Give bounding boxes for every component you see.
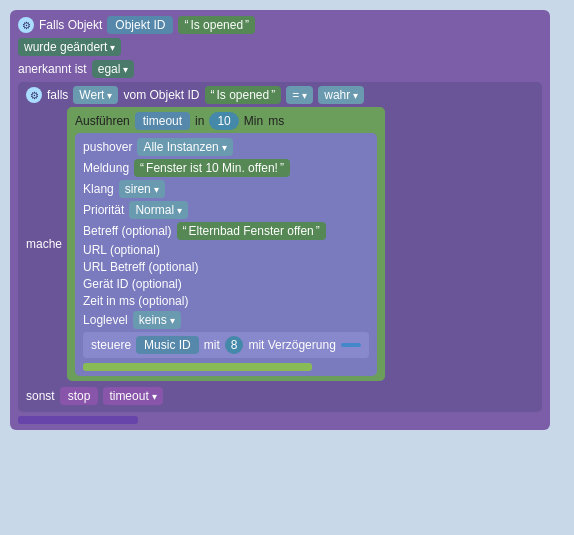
zeit-label: Zeit in ms (optional) <box>83 294 188 308</box>
wert-dropdown[interactable]: Wert <box>73 86 118 104</box>
loglevel-label: Loglevel <box>83 313 128 327</box>
is-opened-falls: Is opened <box>205 86 282 104</box>
in-label: in <box>195 114 204 128</box>
sonst-label: sonst <box>26 389 55 403</box>
sonst-row: sonst stop timeout <box>26 384 534 408</box>
num-10[interactable]: 10 <box>209 112 238 130</box>
betreff-label: Betreff (optional) <box>83 224 172 238</box>
stop-block[interactable]: stop <box>60 387 99 405</box>
normal-dropdown[interactable]: Normal <box>129 201 188 219</box>
bottom-bar <box>18 416 138 424</box>
eq-dropdown[interactable]: = <box>286 86 313 104</box>
loglevel-row: Loglevel keins <box>83 311 369 329</box>
main-block: ⚙ Falls Objekt Objekt ID Is opened wurde… <box>10 10 550 430</box>
anerkannt-row: anerkannt ist egal <box>18 60 542 78</box>
steuere-num[interactable]: 8 <box>225 336 244 354</box>
header-row: ⚙ Falls Objekt Objekt ID Is opened <box>18 16 542 34</box>
green-bar <box>83 363 312 371</box>
url-row: URL (optional) <box>83 243 369 257</box>
prioritat-label: Priorität <box>83 203 124 217</box>
keins-dropdown[interactable]: keins <box>133 311 181 329</box>
objekt-id-pill: Objekt ID <box>107 16 173 34</box>
meldung-value: Fenster ist 10 Min. offen! <box>134 159 290 177</box>
wahr-dropdown[interactable]: wahr <box>318 86 364 104</box>
gerat-label: Gerät ID (optional) <box>83 277 182 291</box>
falls-row: ⚙ falls Wert vom Objekt ID Is opened = w… <box>26 86 534 104</box>
steuere-row: steuere Music ID mit 8 mit Verzögerung <box>83 332 369 358</box>
betreff-value: Elternbad Fenster offen <box>177 222 326 240</box>
mit-label: mit <box>204 338 220 352</box>
wurde-row: wurde geändert <box>18 38 542 56</box>
wurde-dropdown[interactable]: wurde geändert <box>18 38 121 56</box>
anerkannt-label: anerkannt ist <box>18 62 87 76</box>
music-id-pill: Music ID <box>136 336 199 354</box>
alle-instanzen-dropdown[interactable]: Alle Instanzen <box>137 138 232 156</box>
timeout-dropdown[interactable]: timeout <box>103 387 162 405</box>
url-label: URL (optional) <box>83 243 160 257</box>
falls-objekt-label: Falls Objekt <box>39 18 102 32</box>
ms-label: ms <box>268 114 284 128</box>
verzogerung-square[interactable] <box>341 343 361 347</box>
klang-row: Klang siren <box>83 180 369 198</box>
falls-gear-icon[interactable]: ⚙ <box>26 87 42 103</box>
meldung-row: Meldung Fenster ist 10 Min. offen! <box>83 159 369 177</box>
verzogerung-label: mit Verzögerung <box>248 338 335 352</box>
siren-dropdown[interactable]: siren <box>119 180 165 198</box>
ausfuhren-row: Ausführen timeout in 10 Min ms <box>75 112 377 130</box>
url-betreff-row: URL Betreff (optional) <box>83 260 369 274</box>
zeit-row: Zeit in ms (optional) <box>83 294 369 308</box>
min-label: Min <box>244 114 263 128</box>
timeout-pill: timeout <box>135 112 190 130</box>
pushover-section: pushover Alle Instanzen Meldung Fenster … <box>75 133 377 376</box>
prioritat-row: Priorität Normal <box>83 201 369 219</box>
egal-dropdown[interactable]: egal <box>92 60 135 78</box>
vom-objekt-label: vom Objekt ID <box>123 88 199 102</box>
mache-label: mache <box>26 237 62 251</box>
klang-label: Klang <box>83 182 114 196</box>
url-betreff-label: URL Betreff (optional) <box>83 260 198 274</box>
meldung-label: Meldung <box>83 161 129 175</box>
mache-inner-block: Ausführen timeout in 10 Min ms pushover … <box>67 107 385 381</box>
mache-outer-row: mache Ausführen timeout in 10 Min ms pus… <box>26 107 534 381</box>
pushover-row: pushover Alle Instanzen <box>83 138 369 156</box>
gerat-row: Gerät ID (optional) <box>83 277 369 291</box>
pushover-label: pushover <box>83 140 132 154</box>
ausfuhren-label: Ausführen <box>75 114 130 128</box>
falls-label: falls <box>47 88 68 102</box>
steuere-label: steuere <box>91 338 131 352</box>
falls-inner-block: ⚙ falls Wert vom Objekt ID Is opened = w… <box>18 82 542 412</box>
is-opened-value: Is opened <box>178 16 255 34</box>
betreff-row: Betreff (optional) Elternbad Fenster off… <box>83 222 369 240</box>
gear-icon[interactable]: ⚙ <box>18 17 34 33</box>
